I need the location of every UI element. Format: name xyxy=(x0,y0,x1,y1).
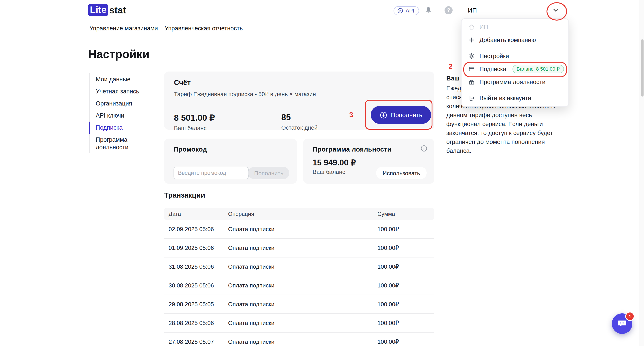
logo-stat: stat xyxy=(109,5,126,15)
loyalty-use-button[interactable]: Использовать xyxy=(376,167,427,179)
home-icon xyxy=(468,24,475,30)
dropdown-item-label: Подписка xyxy=(480,66,506,72)
cell-operation: Оплата подписки xyxy=(228,320,378,326)
topup-button[interactable]: Пополнить xyxy=(371,106,431,124)
balance-value: 8 501.00 ₽ xyxy=(174,113,215,123)
table-row: 30.08.2025 05:06 Оплата подписки 100,00₽ xyxy=(164,276,434,295)
table-row: 31.08.2025 05:06 Оплата подписки 100,00₽ xyxy=(164,258,434,276)
sidebar-item-my-data[interactable]: Мои данные xyxy=(89,73,152,85)
cell-date: 30.08.2025 05:06 xyxy=(164,282,228,289)
cell-date: 31.08.2025 05:06 xyxy=(164,263,228,270)
transactions-title: Транзакции xyxy=(164,191,205,199)
nav-item-reports[interactable]: Управленческая отчетность xyxy=(164,25,242,32)
settings-sidebar: Мои данные Учетная запись Организация AP… xyxy=(89,73,156,153)
account-card-title: Счёт xyxy=(174,79,424,87)
scrollbar-track xyxy=(640,0,644,346)
tariff-info-line: баланса. xyxy=(446,147,558,156)
sidebar-item-api-keys[interactable]: API ключи xyxy=(89,109,152,122)
cell-operation: Оплата подписки xyxy=(228,245,378,251)
cell-sum: 100,00₽ xyxy=(378,245,434,251)
balance-block: 8 501.00 ₽ Ваш баланс xyxy=(174,113,215,131)
gift-icon xyxy=(468,79,475,85)
dropdown-item-settings[interactable]: Настройки xyxy=(462,50,568,63)
transactions-table: Дата Операция Сумма 02.09.2025 05:06 Опл… xyxy=(164,208,434,346)
sidebar-item-organization[interactable]: Организация xyxy=(89,97,152,109)
column-header-operation: Операция xyxy=(228,211,378,217)
tariff-description: Тариф Ежедневная подписка - 50₽ в день ×… xyxy=(174,91,424,97)
page-title: Настройки xyxy=(88,47,149,61)
loyalty-balance-value: 15 949.00 ₽ xyxy=(312,158,356,168)
account-dropdown-menu: ИП Добавить компанию Настройки Подписка … xyxy=(461,18,569,107)
dropdown-item-add-company[interactable]: Добавить компанию xyxy=(462,33,568,46)
dropdown-item-label: Добавить компанию xyxy=(480,37,536,43)
sidebar-item-account[interactable]: Учетная запись xyxy=(89,85,152,97)
nav-item-stores[interactable]: Управление магазинами xyxy=(90,25,158,32)
loyalty-balance-label: Ваш баланс xyxy=(312,169,345,175)
table-row: 27.08.2025 05:07 Оплата подписки 100,00₽ xyxy=(164,333,434,346)
tariff-info-line: функционал сервиса. Если деньги xyxy=(446,120,558,129)
info-icon[interactable] xyxy=(420,145,428,152)
promo-card: Промокод Пополнить xyxy=(164,139,297,184)
cell-sum: 100,00₽ xyxy=(378,301,434,308)
subscription-card-icon xyxy=(468,66,475,72)
cell-date: 02.09.2025 05:06 xyxy=(164,226,228,232)
help-icon[interactable]: ? xyxy=(444,6,452,14)
logout-icon xyxy=(468,95,475,101)
balance-label: Ваш баланс xyxy=(174,125,215,131)
cell-operation: Оплата подписки xyxy=(228,263,378,270)
plus-circle-icon xyxy=(380,111,387,119)
promo-submit-button[interactable]: Пополнить xyxy=(248,167,289,179)
account-menu-chevron-down-icon[interactable] xyxy=(552,6,560,14)
dropdown-item-label: Настройки xyxy=(480,53,509,59)
dropdown-item-label: Выйти из аккаунта xyxy=(480,95,531,101)
cell-sum: 100,00₽ xyxy=(378,282,434,289)
notifications-bell-icon[interactable] xyxy=(424,6,432,14)
transactions-table-header: Дата Операция Сумма xyxy=(164,208,434,220)
cell-date: 01.09.2025 05:06 xyxy=(164,245,228,251)
dropdown-item-subscription[interactable]: Подписка Баланс: 8 501.00 ₽ xyxy=(462,63,568,75)
column-header-date: Дата xyxy=(164,211,228,217)
cell-date: 27.08.2025 05:07 xyxy=(164,339,228,345)
account-name[interactable]: ИП xyxy=(468,7,477,14)
dropdown-item-company: ИП xyxy=(462,20,568,33)
chat-unread-badge: 1 xyxy=(625,312,634,321)
table-row: 29.08.2025 05:05 Оплата подписки 100,00₽ xyxy=(164,295,434,314)
cell-date: 29.08.2025 05:05 xyxy=(164,301,228,308)
sidebar-item-loyalty[interactable]: Программа лояльности xyxy=(89,134,152,153)
cell-sum: 100,00₽ xyxy=(378,320,434,326)
main-nav: Управление магазинами Управленческая отч… xyxy=(90,25,243,32)
scrollbar-thumb[interactable] xyxy=(641,39,644,97)
app-root: Lite stat API ? ИП Управление магазинами… xyxy=(0,0,644,346)
promo-code-input[interactable] xyxy=(174,167,249,179)
column-header-sum: Сумма xyxy=(378,211,434,217)
dropdown-item-label: ИП xyxy=(480,24,488,30)
annotation-step-2: 2 xyxy=(448,63,452,71)
api-status-badge[interactable]: API xyxy=(394,6,419,15)
table-row: 28.08.2025 05:06 Оплата подписки 100,00₽ xyxy=(164,314,434,333)
topup-button-label: Пополнить xyxy=(391,111,422,118)
tariff-info-line: данном тарифе доступен весь xyxy=(446,111,558,120)
cell-operation: Оплата подписки xyxy=(228,339,378,345)
dropdown-item-label: Программа лояльности xyxy=(480,79,546,85)
dropdown-item-loyalty[interactable]: Программа лояльности xyxy=(462,75,568,88)
logo: Lite stat xyxy=(88,4,126,16)
table-row: 02.09.2025 05:06 Оплата подписки 100,00₽ xyxy=(164,220,434,239)
cell-operation: Оплата подписки xyxy=(228,226,378,232)
cell-sum: 100,00₽ xyxy=(378,339,434,345)
check-circle-icon xyxy=(397,7,404,14)
days-left-label: Остаток дней xyxy=(281,124,318,131)
promo-card-title: Промокод xyxy=(174,145,207,153)
sidebar-item-subscription[interactable]: Подписка xyxy=(89,122,152,134)
gear-icon xyxy=(468,53,475,59)
divider xyxy=(462,48,568,48)
tariff-info-line: закончатся, то доступ к сервису будет xyxy=(446,129,558,138)
cell-sum: 100,00₽ xyxy=(378,226,434,232)
cell-operation: Оплата подписки xyxy=(228,282,378,289)
logo-lite: Lite xyxy=(88,4,108,16)
divider xyxy=(462,90,568,90)
dropdown-item-logout[interactable]: Выйти из аккаунта xyxy=(462,92,568,105)
cell-operation: Оплата подписки xyxy=(228,301,378,308)
days-left-value: 85 xyxy=(281,113,318,122)
account-card: Счёт Тариф Ежедневная подписка - 50₽ в д… xyxy=(164,71,434,130)
chat-bubble-icon xyxy=(617,318,628,329)
